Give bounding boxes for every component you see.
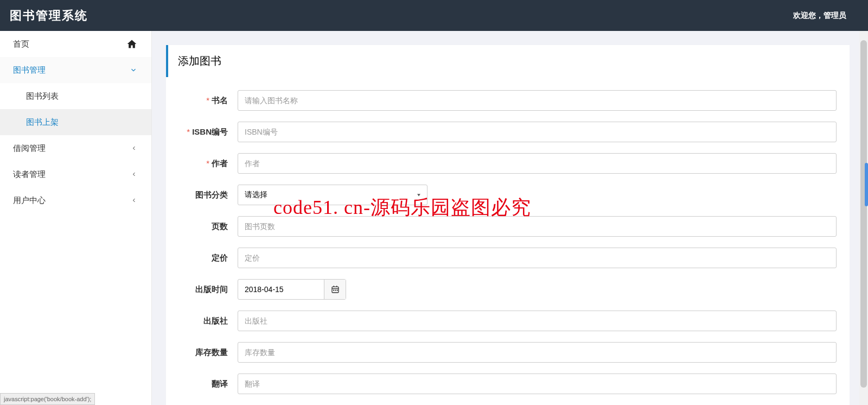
- main-content: 添加图书 *书名 *ISBN编号 *作者 图书分类 请选择: [152, 31, 868, 405]
- brand-title: 图书管理系统: [10, 8, 88, 24]
- sidebar-item-label: 图书上架: [26, 117, 59, 128]
- label-pages: 页数: [179, 222, 238, 232]
- svg-rect-5: [333, 290, 334, 291]
- statusbar: javascript:page('book/book-add');: [0, 393, 95, 405]
- label-translator: 翻译: [179, 379, 238, 389]
- sidebar-item-label: 图书列表: [26, 91, 59, 102]
- row-stock: 库存数量: [179, 342, 837, 363]
- chevron-left-icon: [131, 171, 137, 178]
- sidebar-item-home[interactable]: 首页: [0, 31, 151, 57]
- input-stock[interactable]: [238, 342, 837, 363]
- sidebar-item-label: 用户中心: [13, 195, 46, 206]
- scrollbar-thumb[interactable]: [860, 40, 867, 388]
- statusbar-text: javascript:page('book/book-add');: [4, 396, 91, 402]
- input-translator[interactable]: [238, 374, 837, 394]
- home-icon: [126, 39, 137, 49]
- sidebar-item-label: 读者管理: [13, 169, 46, 180]
- row-price: 定价: [179, 248, 837, 268]
- chevron-left-icon: [131, 197, 137, 204]
- row-book-name: *书名: [179, 90, 837, 111]
- sidebar-item-borrow-mgmt[interactable]: 借阅管理: [0, 135, 151, 161]
- input-book-name[interactable]: [238, 90, 837, 111]
- caret-down-icon: [416, 191, 422, 199]
- sidebar-item-book-add[interactable]: 图书上架: [0, 109, 151, 135]
- sidebar-item-book-list[interactable]: 图书列表: [0, 83, 151, 109]
- label-author: *作者: [179, 159, 238, 169]
- svg-rect-1: [332, 287, 339, 293]
- label-publisher: 出版社: [179, 316, 238, 326]
- svg-rect-6: [335, 290, 336, 291]
- sidebar-item-label: 借阅管理: [13, 143, 46, 154]
- label-category: 图书分类: [179, 190, 238, 200]
- sidebar-item-label: 首页: [13, 39, 29, 49]
- input-publisher[interactable]: [238, 311, 837, 331]
- pubdate-value: 2018-04-15: [238, 280, 324, 299]
- label-isbn: *ISBN编号: [179, 127, 238, 137]
- svg-marker-0: [417, 194, 420, 196]
- input-isbn[interactable]: [238, 122, 837, 142]
- sidebar-item-book-mgmt[interactable]: 图书管理: [0, 57, 151, 83]
- sidebar: 首页 图书管理 图书列表 图书上架 借阅管理 读者管理: [0, 31, 152, 405]
- row-translator: 翻译: [179, 374, 837, 394]
- label-stock: 库存数量: [179, 347, 238, 358]
- panel-title: 添加图书: [166, 45, 850, 77]
- topbar: 图书管理系统 欢迎您，管理员: [0, 0, 868, 31]
- input-author[interactable]: [238, 153, 837, 174]
- select-value: 请选择: [245, 190, 267, 200]
- svg-rect-7: [336, 290, 337, 291]
- label-pubdate: 出版时间: [179, 284, 238, 295]
- chevron-down-icon: [130, 66, 137, 74]
- label-book-name: *书名: [179, 96, 238, 106]
- chevron-left-icon: [131, 145, 137, 151]
- input-pubdate[interactable]: 2018-04-15: [238, 279, 346, 300]
- scrollbar-accent[interactable]: [865, 163, 868, 206]
- row-category: 图书分类 请选择: [179, 185, 837, 205]
- input-pages[interactable]: [238, 216, 837, 237]
- label-price: 定价: [179, 253, 238, 263]
- row-publisher: 出版社: [179, 311, 837, 331]
- sidebar-item-reader-mgmt[interactable]: 读者管理: [0, 161, 151, 187]
- select-category[interactable]: 请选择: [238, 185, 427, 205]
- row-pages: 页数: [179, 216, 837, 237]
- sidebar-item-label: 图书管理: [13, 65, 46, 75]
- layout: 首页 图书管理 图书列表 图书上架 借阅管理 读者管理: [0, 31, 868, 405]
- form-panel: 添加图书 *书名 *ISBN编号 *作者 图书分类 请选择: [166, 45, 850, 405]
- calendar-icon[interactable]: [324, 280, 346, 299]
- row-pubdate: 出版时间 2018-04-15: [179, 279, 837, 300]
- row-author: *作者: [179, 153, 837, 174]
- input-price[interactable]: [238, 248, 837, 268]
- welcome-text[interactable]: 欢迎您，管理员: [793, 11, 846, 21]
- row-isbn: *ISBN编号: [179, 122, 837, 142]
- sidebar-item-user-center[interactable]: 用户中心: [0, 187, 151, 213]
